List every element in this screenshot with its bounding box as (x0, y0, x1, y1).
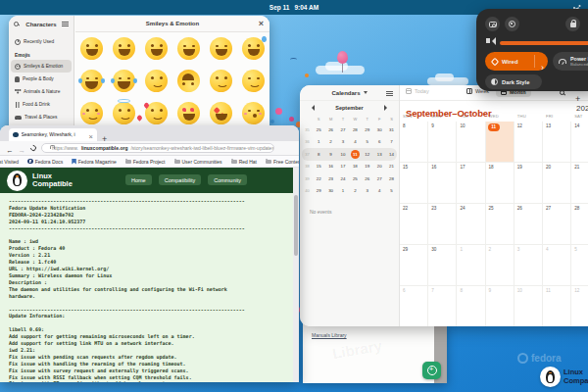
mini-day[interactable]: 26 (362, 176, 373, 181)
calendars-dropdown[interactable]: Calendars (300, 85, 399, 101)
mini-day[interactable]: 7 (385, 139, 397, 144)
mini-day[interactable]: 26 (324, 127, 336, 132)
next-month-icon[interactable] (384, 105, 390, 111)
month-day-cell[interactable]: 10 (457, 122, 485, 163)
chevron-right-icon[interactable] (541, 57, 544, 74)
month-day-cell[interactable]: 17 (457, 163, 485, 204)
refresh-fab-button[interactable] (422, 362, 441, 379)
month-day-cell[interactable]: 16 (428, 163, 457, 204)
month-day-cell[interactable]: 15 (400, 163, 428, 204)
mini-day[interactable]: 10 (337, 152, 349, 157)
back-button[interactable] (6, 139, 14, 157)
nav-community[interactable]: Community (208, 174, 247, 185)
bookmark-fedora-docs[interactable]: Fedora Docs (27, 159, 63, 165)
sidebar-item-food-drink[interactable]: Food & Drink (11, 98, 72, 111)
mini-day[interactable]: 4 (373, 188, 385, 193)
month-day-cell[interactable]: 9 (486, 286, 514, 326)
emoji-grinning-face-sweat[interactable] (242, 37, 265, 60)
mini-day[interactable]: 31 (385, 127, 397, 132)
month-day-cell[interactable]: 1 (457, 245, 485, 286)
emoji-face-with-tears-of-joy[interactable] (113, 70, 135, 92)
mini-day[interactable]: 15 (313, 164, 324, 169)
emoji-face-blowing-a-kiss[interactable] (242, 102, 265, 124)
month-day-cell[interactable]: 12 (571, 286, 588, 326)
mini-day[interactable]: 29 (362, 127, 373, 132)
bookmark-fedora-magazine[interactable]: Fedora Magazine (72, 159, 116, 165)
nav-home[interactable]: Home (125, 174, 152, 185)
url-bar[interactable]: https://www.linuxcompatible.org/story/se… (41, 143, 274, 154)
mini-day[interactable]: 27 (373, 176, 385, 181)
mini-day[interactable]: 23 (324, 176, 336, 181)
month-day-cell[interactable]: 11 (543, 286, 571, 326)
screenshot-button[interactable] (485, 17, 500, 31)
bookmark-fedora-project[interactable]: Fedora Project (125, 159, 166, 165)
dark-style-toggle[interactable]: Dark Style (485, 74, 542, 89)
month-day-cell[interactable]: 24 (457, 204, 485, 245)
sidebar-item-recently-used[interactable]: Recently Used (11, 35, 72, 48)
nav-compatibility[interactable]: Compatibility (159, 174, 201, 185)
month-day-cell[interactable]: 8 (400, 122, 428, 163)
mini-day[interactable]: 21 (385, 164, 397, 169)
close-icon[interactable] (259, 20, 264, 28)
site-logo[interactable] (7, 171, 27, 191)
mini-day[interactable]: 4 (349, 139, 361, 144)
sidebar-item-animals-nature[interactable]: Animals & Nature (11, 85, 72, 98)
settings-button[interactable] (505, 17, 519, 31)
month-day-cell[interactable]: 2 (486, 245, 514, 286)
lock-screen-button[interactable] (565, 17, 580, 31)
mini-day[interactable]: 5 (362, 139, 373, 144)
month-day-cell[interactable]: 9 (428, 122, 457, 163)
forward-button[interactable] (19, 139, 26, 157)
sidebar-item-travel-places[interactable]: Travel & Places (11, 111, 72, 123)
emoji-smiling-face-heart-eyes[interactable] (177, 102, 200, 124)
bookmark-free-content[interactable]: Free Content (266, 159, 299, 165)
month-day-cell[interactable]: 3 (514, 245, 543, 286)
month-day-cell[interactable]: 21 (571, 163, 588, 204)
emoji-melting-face[interactable] (210, 70, 232, 92)
month-day-cell[interactable]: 29 (400, 245, 428, 286)
month-day-cell[interactable]: 10 (514, 286, 543, 326)
month-day-cell[interactable]: 25 (486, 204, 514, 245)
mini-day[interactable]: 30 (324, 188, 336, 193)
mini-day[interactable]: 16 (324, 164, 336, 169)
month-day-cell[interactable]: 19 (514, 163, 543, 204)
emoji-smiling-face-halo[interactable] (113, 102, 135, 124)
mini-day[interactable]: 13 (373, 152, 385, 157)
bookmark-most-visited[interactable]: Most Visited (0, 159, 19, 165)
wired-network-toggle[interactable]: Wired (485, 52, 548, 71)
bookmark-user-communities[interactable]: User Communities (174, 159, 222, 165)
emoji-smiling-face-smiling-eyes[interactable] (80, 102, 103, 124)
month-day-cell[interactable]: 23 (428, 204, 457, 245)
sidebar-item-smileys-emotion[interactable]: Smileys & Emotion (11, 60, 72, 73)
mini-day[interactable]: 18 (349, 164, 361, 169)
month-day-cell[interactable]: 26 (514, 204, 543, 245)
mini-day[interactable]: 1 (337, 188, 349, 193)
mini-day[interactable]: 3 (337, 139, 349, 144)
mini-day[interactable]: 20 (373, 164, 385, 169)
mini-day[interactable]: 27 (337, 127, 349, 132)
month-day-cell[interactable]: 7 (428, 286, 457, 326)
power-mode-toggle[interactable]: Power Mode Balanced (553, 52, 588, 71)
mini-day[interactable]: 5 (385, 188, 397, 193)
month-day-cell[interactable]: 4 (543, 245, 571, 286)
mini-day[interactable]: 9 (324, 152, 336, 157)
manuals-library-link[interactable]: Manuals Library (312, 332, 347, 338)
today-button[interactable]: Today (406, 88, 429, 94)
reload-button[interactable] (29, 144, 37, 152)
mini-day[interactable]: 28 (385, 176, 397, 181)
mini-day[interactable]: 17 (337, 164, 349, 169)
month-day-cell[interactable]: 18 (486, 163, 514, 204)
month-day-cell[interactable]: 13 (543, 122, 571, 163)
volume-slider[interactable] (500, 41, 588, 45)
emoji-star-struck[interactable] (210, 102, 232, 124)
mini-day[interactable]: 22 (313, 176, 324, 181)
prev-month-icon[interactable] (309, 105, 315, 111)
menu-icon[interactable] (386, 91, 393, 96)
month-day-cell[interactable]: 30 (428, 245, 457, 286)
emoji-rolling-on-the-floor-laughing[interactable] (80, 70, 103, 92)
mini-day[interactable]: 24 (337, 176, 349, 181)
emoji-grinning-face-big-eyes[interactable] (113, 37, 135, 60)
emoji-grinning-squinting-face[interactable] (210, 37, 232, 60)
mini-day[interactable]: 29 (313, 188, 324, 193)
mini-day[interactable]: 25 (349, 176, 361, 181)
